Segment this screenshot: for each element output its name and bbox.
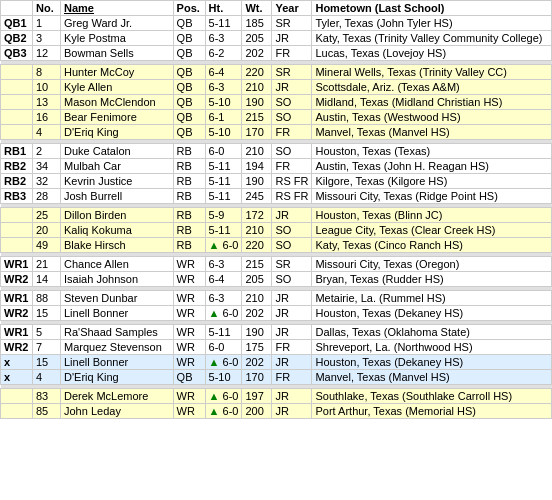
arrow-icon: ▲ bbox=[209, 390, 220, 402]
table-row: 20Kaliq KokumaRB5-11210SOLeague City, Te… bbox=[1, 223, 552, 238]
player-pos: WR bbox=[173, 325, 205, 340]
player-number: 15 bbox=[33, 306, 61, 321]
player-hometown: Kilgore, Texas (Kilgore HS) bbox=[312, 174, 552, 189]
player-hometown: Houston, Texas (Dekaney HS) bbox=[312, 306, 552, 321]
player-hometown: Dallas, Texas (Oklahoma State) bbox=[312, 325, 552, 340]
player-number: 25 bbox=[33, 208, 61, 223]
group-label: WR2 bbox=[1, 306, 33, 321]
player-wt: 202 bbox=[242, 306, 272, 321]
group-label: QB3 bbox=[1, 46, 33, 61]
player-name: Bear Fenimore bbox=[61, 110, 174, 125]
table-row: RB12Duke CatalonRB6-0210SOHouston, Texas… bbox=[1, 144, 552, 159]
table-row: QB11Greg Ward Jr.QB5-11185SRTyler, Texas… bbox=[1, 16, 552, 31]
player-number: 83 bbox=[33, 389, 61, 404]
group-label: x bbox=[1, 355, 33, 370]
player-name: Isaiah Johnson bbox=[61, 272, 174, 287]
player-wt: 220 bbox=[242, 65, 272, 80]
table-row: 16Bear FenimoreQB6-1215SOAustin, Texas (… bbox=[1, 110, 552, 125]
player-wt: 202 bbox=[242, 46, 272, 61]
player-name: Linell Bonner bbox=[61, 355, 174, 370]
player-yr: RS FR bbox=[272, 174, 312, 189]
col-ht: Ht. bbox=[205, 1, 242, 16]
col-wt: Wt. bbox=[242, 1, 272, 16]
player-yr: JR bbox=[272, 80, 312, 95]
player-ht: 5-11 bbox=[205, 325, 242, 340]
player-hometown: Katy, Texas (Cinco Ranch HS) bbox=[312, 238, 552, 253]
player-wt: 190 bbox=[242, 325, 272, 340]
player-ht: ▲ 6-0 bbox=[205, 389, 242, 404]
player-yr: SO bbox=[272, 144, 312, 159]
col-group bbox=[1, 1, 33, 16]
table-row: 83Derek McLemoreWR▲ 6-0197JRSouthlake, T… bbox=[1, 389, 552, 404]
player-hometown: Mineral Wells, Texas (Trinity Valley CC) bbox=[312, 65, 552, 80]
player-pos: RB bbox=[173, 144, 205, 159]
table-row: 25Dillon BirdenRB5-9172JRHouston, Texas … bbox=[1, 208, 552, 223]
player-pos: QB bbox=[173, 110, 205, 125]
player-yr: SR bbox=[272, 16, 312, 31]
table-row: WR27Marquez StevensonWR6-0175FRShrevepor… bbox=[1, 340, 552, 355]
player-hometown: Manvel, Texas (Manvel HS) bbox=[312, 125, 552, 140]
table-row: 13Mason McClendonQB5-10190SOMidland, Tex… bbox=[1, 95, 552, 110]
player-pos: RB bbox=[173, 174, 205, 189]
player-number: 13 bbox=[33, 95, 61, 110]
group-label bbox=[1, 80, 33, 95]
player-name: Josh Burrell bbox=[61, 189, 174, 204]
player-hometown: Midland, Texas (Midland Christian HS) bbox=[312, 95, 552, 110]
player-yr: SO bbox=[272, 110, 312, 125]
player-ht: ▲ 6-0 bbox=[205, 355, 242, 370]
player-ht: 6-3 bbox=[205, 80, 242, 95]
player-yr: JR bbox=[272, 291, 312, 306]
player-pos: WR bbox=[173, 306, 205, 321]
table-row: WR121Chance AllenWR6-3215SRMissouri City… bbox=[1, 257, 552, 272]
player-name: Chance Allen bbox=[61, 257, 174, 272]
table-row: WR214Isaiah JohnsonWR6-4205SOBryan, Texa… bbox=[1, 272, 552, 287]
player-wt: 194 bbox=[242, 159, 272, 174]
player-ht: ▲ 6-0 bbox=[205, 238, 242, 253]
group-label: RB2 bbox=[1, 174, 33, 189]
group-label: WR2 bbox=[1, 340, 33, 355]
player-yr: JR bbox=[272, 355, 312, 370]
player-yr: SO bbox=[272, 272, 312, 287]
player-yr: SR bbox=[272, 257, 312, 272]
group-label bbox=[1, 404, 33, 419]
player-ht: 6-4 bbox=[205, 65, 242, 80]
player-ht: 6-1 bbox=[205, 110, 242, 125]
player-hometown: Lucas, Texas (Lovejoy HS) bbox=[312, 46, 552, 61]
player-pos: RB bbox=[173, 208, 205, 223]
player-name: Greg Ward Jr. bbox=[61, 16, 174, 31]
player-wt: 220 bbox=[242, 238, 272, 253]
player-hometown: Port Arthur, Texas (Memorial HS) bbox=[312, 404, 552, 419]
player-pos: QB bbox=[173, 65, 205, 80]
group-label: QB2 bbox=[1, 31, 33, 46]
player-pos: WR bbox=[173, 340, 205, 355]
player-ht: 5-10 bbox=[205, 370, 242, 385]
player-yr: FR bbox=[272, 125, 312, 140]
player-pos: QB bbox=[173, 370, 205, 385]
player-wt: 197 bbox=[242, 389, 272, 404]
player-hometown: League City, Texas (Clear Creek HS) bbox=[312, 223, 552, 238]
player-ht: 6-3 bbox=[205, 257, 242, 272]
group-label: x bbox=[1, 370, 33, 385]
player-pos: WR bbox=[173, 355, 205, 370]
player-yr: JR bbox=[272, 325, 312, 340]
group-label: QB1 bbox=[1, 16, 33, 31]
player-pos: WR bbox=[173, 291, 205, 306]
player-number: 4 bbox=[33, 370, 61, 385]
group-label bbox=[1, 95, 33, 110]
player-name: Derek McLemore bbox=[61, 389, 174, 404]
player-pos: QB bbox=[173, 95, 205, 110]
player-wt: 175 bbox=[242, 340, 272, 355]
player-wt: 190 bbox=[242, 174, 272, 189]
player-number: 1 bbox=[33, 16, 61, 31]
table-row: WR15Ra'Shaad SamplesWR5-11190JRDallas, T… bbox=[1, 325, 552, 340]
player-number: 12 bbox=[33, 46, 61, 61]
player-number: 28 bbox=[33, 189, 61, 204]
player-ht: 5-11 bbox=[205, 223, 242, 238]
player-pos: QB bbox=[173, 46, 205, 61]
player-wt: 202 bbox=[242, 355, 272, 370]
player-number: 21 bbox=[33, 257, 61, 272]
arrow-icon: ▲ bbox=[209, 239, 220, 251]
player-yr: SO bbox=[272, 238, 312, 253]
table-row: 85John LedayWR▲ 6-0200JRPort Arthur, Tex… bbox=[1, 404, 552, 419]
player-yr: FR bbox=[272, 370, 312, 385]
